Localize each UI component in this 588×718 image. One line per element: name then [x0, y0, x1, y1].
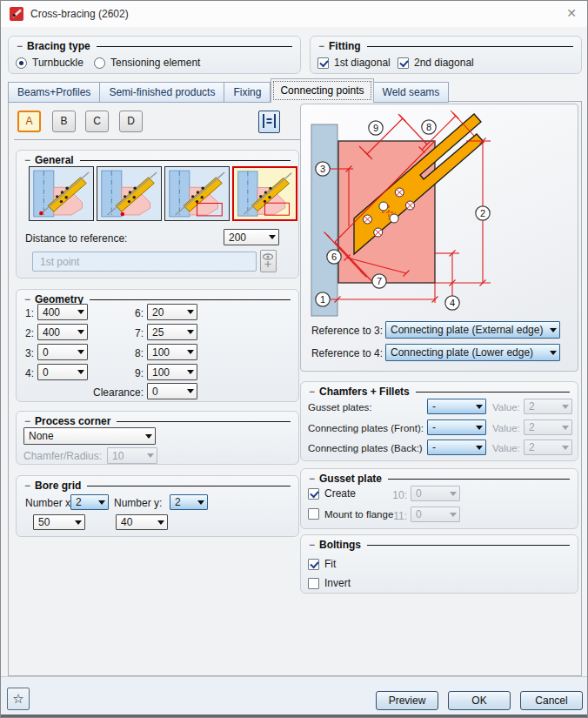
group-title: General — [24, 153, 291, 166]
general-option-1[interactable] — [29, 166, 94, 221]
reference-to-4-label: Reference to 4: — [303, 347, 383, 359]
radio-turnbuckle[interactable]: Turnbuckle — [16, 57, 84, 69]
point-button-a[interactable]: A — [17, 111, 41, 132]
group-fitting: Fitting 1st diagonal 2nd diagonal — [310, 36, 582, 74]
window-title: Cross-bracing (2602) — [30, 8, 129, 20]
geometry-select-4[interactable]: 0 — [37, 364, 88, 380]
dropdown-arrow-icon — [546, 351, 559, 355]
checkbox-icon[interactable] — [308, 488, 319, 500]
point-button-c[interactable]: C — [85, 111, 109, 132]
tab-semi-finished-products[interactable]: Semi-finished products — [100, 82, 224, 103]
checkbox-invert[interactable]: Invert — [308, 577, 351, 589]
group-bracing-type: Bracing type Turnbuckle Tensioning eleme… — [8, 36, 301, 74]
gusset-plates-value-select: 2 — [524, 399, 572, 414]
callout-3: 3 — [320, 164, 325, 174]
dropdown-arrow-icon — [144, 453, 157, 458]
group-geometry: Geometry 1: 400 2: 400 3: 0 4: 0 6: 20 7… — [16, 289, 299, 402]
geometry-select-7[interactable]: 25 — [147, 324, 197, 340]
cancel-button[interactable]: Cancel — [520, 691, 583, 710]
clearance-select[interactable]: 0 — [147, 383, 197, 399]
value-label: Value: — [492, 443, 520, 453]
radio-button-icon[interactable] — [94, 57, 105, 69]
geometry-label-6: 6: — [126, 307, 144, 319]
dropdown-arrow-icon — [472, 405, 485, 409]
geometry-label-7: 7: — [126, 327, 144, 339]
dropdown-arrow-icon — [558, 426, 571, 430]
dropdown-arrow-icon — [71, 520, 84, 525]
dropdown-arrow-icon — [184, 350, 197, 354]
number-x-select[interactable]: 2 — [70, 494, 109, 510]
point-select-button[interactable] — [260, 250, 277, 272]
checkbox-icon[interactable] — [308, 578, 319, 589]
connecting-plates-front-select[interactable]: - — [427, 419, 486, 435]
tab-weld-seams[interactable]: Weld seams — [374, 82, 450, 103]
number-y-select[interactable]: 2 — [170, 494, 208, 510]
spacing-y-select[interactable]: 40 — [116, 514, 168, 530]
radio-button-icon[interactable] — [16, 57, 27, 69]
callout-4: 4 — [450, 298, 455, 308]
window-bottom-edge — [1, 715, 588, 718]
ok-button[interactable]: OK — [448, 691, 511, 710]
dropdown-arrow-icon — [95, 500, 108, 505]
field-10-select: 0 — [411, 486, 460, 501]
spacing-x-select[interactable]: 50 — [33, 514, 85, 530]
first-point-input[interactable]: 1st point — [32, 252, 257, 272]
dropdown-arrow-icon — [472, 426, 485, 430]
value-label: Value: — [492, 402, 520, 413]
apply-to-all-button[interactable] — [258, 111, 280, 133]
checkbox-2nd-diagonal[interactable]: 2nd diagonal — [398, 57, 474, 69]
geometry-select-3[interactable]: 0 — [37, 344, 88, 360]
checkbox-icon[interactable] — [317, 57, 329, 69]
checkbox-mount-to-flange[interactable]: Mount to flange — [308, 508, 393, 520]
group-gusset-plate: Gusset plate Create 10: 0 Mount to flang… — [300, 468, 578, 529]
tab-bar: Beams+Profiles Semi-finished products Fi… — [8, 78, 449, 103]
number-y-label: Number y: — [114, 497, 162, 509]
connecting-plates-back-select[interactable]: - — [427, 440, 486, 455]
number-x-label: Number x: — [25, 497, 73, 509]
geometry-select-9[interactable]: 100 — [147, 364, 197, 380]
dropdown-arrow-icon — [142, 434, 155, 439]
connection-diagram-panel: 1 2 3 4 6 7 8 9 Reference to 3: Connecti… — [300, 104, 578, 372]
star-icon: ☆ — [12, 691, 23, 706]
preview-button[interactable]: Preview — [376, 691, 438, 710]
chamfer-radius-label: Chamfer/Radius: — [23, 450, 102, 462]
reference-to-4-select[interactable]: Connecting plate (Lower edge) — [385, 344, 560, 361]
close-icon[interactable]: ✕ — [563, 6, 580, 22]
group-title: Boltings — [309, 538, 570, 551]
reference-to-3-select[interactable]: Connecting plate (External edge) — [385, 321, 560, 339]
point-button-d[interactable]: D — [119, 111, 143, 132]
general-option-4-selected[interactable] — [232, 166, 297, 221]
general-option-3[interactable] — [164, 166, 230, 221]
checkbox-create[interactable]: Create — [308, 487, 356, 500]
checkbox-icon[interactable] — [308, 508, 319, 520]
group-title: Fitting — [318, 39, 573, 52]
value-label: Value: — [492, 423, 520, 433]
callout-7: 7 — [377, 276, 382, 286]
checkbox-fit[interactable]: Fit — [308, 558, 336, 570]
radio-tensioning-element[interactable]: Tensioning element — [94, 57, 200, 69]
tab-connecting-points[interactable]: Connecting points — [271, 78, 373, 103]
connecting-plates-front-label: Connecting plates (Front): — [308, 423, 424, 433]
connection-diagram: 1 2 3 4 6 7 8 9 — [301, 104, 579, 319]
tab-fixing[interactable]: Fixing — [224, 82, 271, 103]
distance-to-reference-select[interactable]: 200 — [224, 229, 279, 245]
tab-beams-profiles[interactable]: Beams+Profiles — [8, 82, 100, 103]
geometry-select-1[interactable]: 400 — [37, 304, 88, 320]
geometry-select-2[interactable]: 400 — [37, 324, 88, 340]
checkbox-1st-diagonal[interactable]: 1st diagonal — [317, 57, 391, 69]
process-corner-select[interactable]: None — [23, 427, 156, 445]
geometry-select-8[interactable]: 100 — [147, 344, 197, 360]
checkbox-icon[interactable] — [308, 559, 319, 570]
checkbox-icon[interactable] — [398, 57, 409, 69]
connecting-plates-front-value-select: 2 — [524, 419, 572, 435]
favorites-button[interactable]: ☆ — [7, 688, 30, 710]
group-general: General — [16, 150, 299, 278]
geometry-select-6[interactable]: 20 — [147, 304, 197, 320]
dropdown-arrow-icon — [74, 350, 87, 354]
general-option-2[interactable] — [97, 166, 162, 221]
distance-to-reference-label: Distance to reference: — [25, 232, 127, 245]
point-button-b[interactable]: B — [52, 111, 76, 132]
separator — [14, 139, 301, 140]
dropdown-arrow-icon — [265, 235, 278, 239]
gusset-plates-select[interactable]: - — [427, 399, 486, 414]
